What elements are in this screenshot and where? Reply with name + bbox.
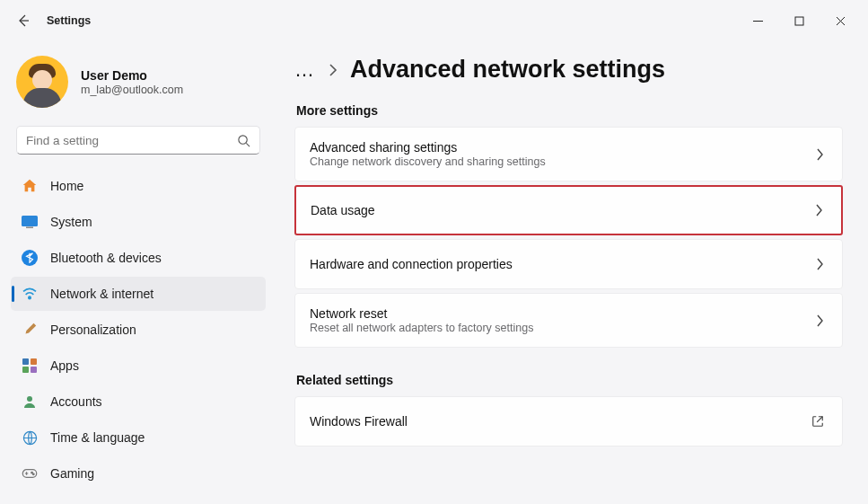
card-windows-firewall[interactable]: Windows Firewall (294, 396, 843, 447)
back-arrow-icon (16, 13, 31, 28)
user-email: m_lab@outlook.com (81, 84, 183, 96)
sidebar-item-bluetooth[interactable]: Bluetooth & devices (11, 241, 266, 275)
more-settings-cards: Advanced sharing settings Change network… (294, 127, 843, 348)
card-title: Network reset (310, 306, 799, 321)
svg-rect-0 (795, 17, 803, 25)
card-subtitle: Change network discovery and sharing set… (310, 155, 799, 168)
svg-rect-3 (26, 227, 33, 229)
sidebar-item-system[interactable]: System (11, 205, 266, 239)
breadcrumb-ellipsis[interactable]: … (294, 58, 316, 82)
svg-rect-8 (31, 367, 37, 373)
maximize-button[interactable] (778, 4, 820, 37)
page-title: Advanced network settings (350, 56, 665, 84)
chevron-right-icon (816, 204, 823, 217)
home-icon (22, 178, 38, 194)
sidebar-item-network[interactable]: Network & internet (11, 277, 266, 311)
chevron-right-icon (817, 258, 824, 270)
svg-point-4 (29, 296, 31, 298)
svg-rect-5 (22, 358, 29, 365)
sidebar-item-accounts[interactable]: Accounts (11, 385, 266, 419)
sidebar-item-apps[interactable]: Apps (11, 349, 266, 383)
chevron-right-icon (817, 314, 824, 327)
card-subtitle: Reset all network adapters to factory se… (310, 322, 799, 334)
sidebar-item-gaming[interactable]: Gaming (11, 456, 266, 491)
svg-point-1 (239, 135, 247, 143)
main-content: … Advanced network settings More setting… (269, 41, 868, 504)
bluetooth-icon (22, 250, 38, 266)
user-profile[interactable]: User Demo m_lab@outlook.com (11, 50, 266, 126)
card-advanced-sharing[interactable]: Advanced sharing settings Change network… (294, 127, 843, 181)
window-controls (737, 4, 861, 37)
sidebar-item-home[interactable]: Home (11, 169, 266, 203)
breadcrumb: … Advanced network settings (294, 56, 843, 84)
svg-point-9 (27, 396, 32, 402)
minimize-icon (753, 16, 763, 26)
sidebar-item-label: Network & internet (50, 287, 153, 301)
title-bar: Settings (0, 0, 868, 41)
sidebar-item-label: Accounts (50, 394, 102, 409)
apps-icon (22, 358, 38, 374)
sidebar-item-personalization[interactable]: Personalization (11, 313, 266, 347)
maximize-icon (794, 16, 804, 26)
card-title: Windows Firewall (310, 414, 799, 429)
close-button[interactable] (820, 4, 861, 37)
avatar (16, 56, 68, 108)
sidebar-item-time-language[interactable]: Time & language (11, 420, 266, 455)
card-hardware-properties[interactable]: Hardware and connection properties (294, 239, 843, 289)
globe-icon (22, 429, 38, 446)
wifi-icon (22, 286, 38, 302)
card-network-reset[interactable]: Network reset Reset all network adapters… (294, 293, 843, 348)
gamepad-icon (22, 465, 38, 482)
card-data-usage[interactable]: Data usage (294, 185, 843, 235)
svg-point-13 (32, 473, 34, 475)
card-title: Data usage (311, 203, 798, 217)
sidebar-item-label: Personalization (50, 323, 136, 337)
section-heading-more: More settings (296, 103, 843, 118)
user-name: User Demo (81, 68, 183, 83)
svg-rect-7 (22, 367, 29, 373)
sidebar-item-label: Apps (50, 358, 79, 373)
sidebar-item-label: Bluetooth & devices (50, 251, 162, 265)
card-title: Hardware and connection properties (310, 257, 799, 271)
search-input[interactable] (26, 134, 237, 147)
card-title: Advanced sharing settings (310, 140, 799, 155)
sidebar-item-label: System (50, 215, 92, 229)
search-icon (237, 134, 250, 147)
minimize-button[interactable] (737, 4, 778, 37)
person-icon (22, 393, 38, 410)
search-box[interactable] (16, 126, 260, 155)
chevron-right-icon (817, 148, 824, 161)
sidebar-nav: Home System Bluetooth & devices Network … (11, 169, 266, 491)
section-heading-related: Related settings (296, 373, 843, 387)
related-settings-cards: Windows Firewall (294, 396, 843, 447)
brush-icon (22, 322, 38, 338)
system-icon (22, 214, 38, 230)
open-external-icon (811, 415, 824, 428)
svg-rect-2 (22, 216, 38, 226)
close-icon (836, 16, 846, 26)
svg-point-12 (31, 472, 33, 473)
back-button[interactable] (7, 4, 39, 37)
window-title: Settings (47, 14, 91, 27)
sidebar-item-label: Home (50, 179, 83, 193)
chevron-right-icon (329, 64, 338, 76)
svg-rect-6 (31, 358, 37, 365)
sidebar: User Demo m_lab@outlook.com Home System … (0, 41, 269, 504)
sidebar-item-label: Time & language (50, 430, 145, 445)
sidebar-item-label: Gaming (50, 466, 94, 481)
